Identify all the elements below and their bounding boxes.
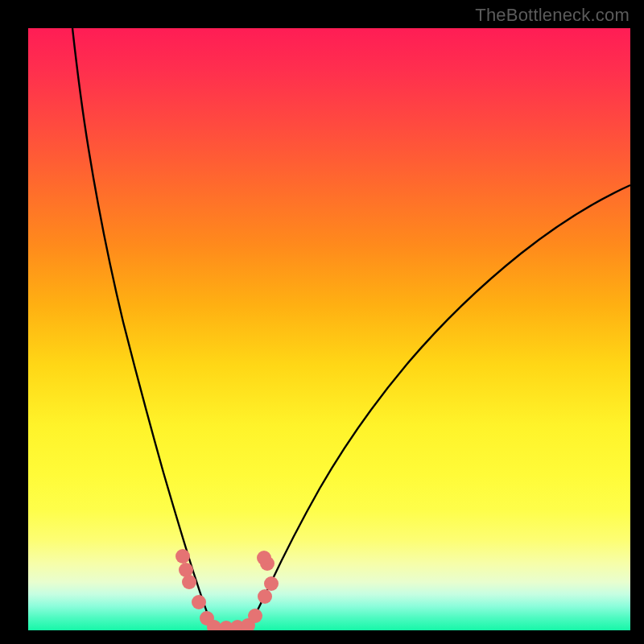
svg-point-9 bbox=[248, 609, 262, 623]
right-curve bbox=[248, 185, 630, 630]
watermark-text: TheBottleneck.com bbox=[475, 5, 630, 26]
chart-frame: TheBottleneck.com bbox=[0, 0, 644, 644]
svg-point-3 bbox=[192, 595, 206, 609]
plot-area bbox=[28, 28, 630, 630]
svg-point-2 bbox=[182, 575, 196, 589]
left-curve bbox=[72, 28, 213, 630]
curve-overlay bbox=[28, 28, 630, 630]
svg-point-10 bbox=[258, 589, 272, 604]
svg-point-0 bbox=[175, 549, 190, 564]
svg-point-11 bbox=[264, 576, 279, 591]
svg-point-13 bbox=[257, 551, 271, 565]
